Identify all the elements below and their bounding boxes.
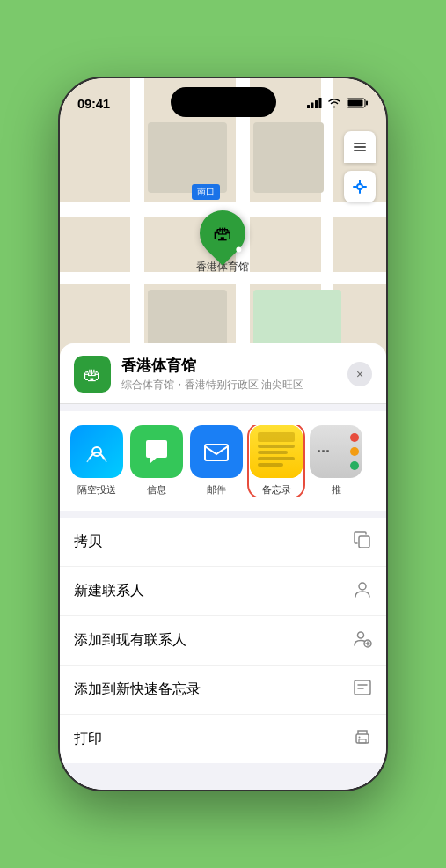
svg-rect-1 — [311, 103, 314, 109]
venue-name: 香港体育馆 — [121, 356, 347, 376]
airdrop-label: 隔空投送 — [77, 483, 116, 497]
message-icon-box — [130, 425, 183, 478]
mail-label: 邮件 — [207, 483, 226, 497]
action-new-contact-label: 新建联系人 — [74, 582, 144, 600]
copy-icon — [353, 530, 372, 554]
status-icons — [307, 98, 369, 108]
action-print-label: 打印 — [74, 730, 102, 748]
battery-icon — [347, 98, 369, 108]
map-location-button[interactable] — [344, 171, 376, 202]
share-more[interactable]: ··· 推 — [310, 425, 362, 497]
svg-rect-7 — [354, 143, 366, 144]
share-icons-list: 隔空投送 信息 — [70, 425, 376, 497]
mail-icon — [201, 437, 231, 467]
svg-point-18 — [359, 583, 366, 590]
venue-icon: 🏟 — [74, 356, 111, 393]
new-contact-icon — [353, 579, 372, 603]
dynamic-island — [171, 87, 276, 117]
svg-point-19 — [358, 632, 364, 638]
map-label: 南口 — [192, 184, 220, 200]
svg-rect-0 — [307, 105, 310, 108]
share-notes[interactable]: 备忘录 — [250, 425, 303, 497]
map-pin[interactable]: 🏟 香港体育馆 — [196, 210, 249, 275]
svg-rect-3 — [319, 98, 322, 108]
action-copy-label: 拷贝 — [74, 533, 102, 551]
svg-rect-6 — [348, 100, 363, 107]
share-mail[interactable]: 邮件 — [190, 425, 243, 497]
share-message[interactable]: 信息 — [130, 425, 183, 497]
svg-point-28 — [359, 737, 361, 739]
pin-circle: 🏟 — [190, 201, 255, 266]
action-add-notes[interactable]: 添加到新快速备忘录 — [60, 666, 386, 715]
message-icon — [142, 437, 172, 467]
stadium-icon: 🏟 — [213, 222, 232, 245]
svg-rect-9 — [354, 150, 366, 151]
close-button[interactable]: × — [347, 362, 372, 386]
svg-point-10 — [357, 184, 362, 189]
action-list: 拷贝 新建联系人 — [60, 518, 386, 763]
mail-icon-box — [190, 425, 243, 478]
svg-rect-23 — [355, 680, 370, 695]
more-label: 推 — [332, 483, 341, 497]
action-add-existing-label: 添加到现有联系人 — [74, 631, 186, 650]
map-layers-button[interactable] — [344, 131, 376, 163]
phone-screen: 09:41 — [60, 78, 386, 790]
share-row: 隔空投送 信息 — [60, 411, 386, 511]
share-airdrop[interactable]: 隔空投送 — [70, 425, 123, 497]
notes-label: 备忘录 — [262, 483, 291, 497]
venue-info: 香港体育馆 综合体育馆・香港特别行政区 油尖旺区 — [121, 356, 347, 393]
notes-icon-box — [250, 425, 303, 478]
svg-rect-17 — [359, 536, 369, 548]
print-icon — [353, 727, 372, 751]
svg-rect-5 — [366, 101, 368, 106]
add-existing-icon — [353, 629, 372, 652]
airdrop-icon-box — [70, 425, 123, 478]
phone-frame: 09:41 — [58, 77, 388, 791]
sheet-header: 🏟 香港体育馆 综合体育馆・香港特别行政区 油尖旺区 × — [60, 343, 386, 404]
venue-subtitle: 综合体育馆・香港特别行政区 油尖旺区 — [121, 378, 347, 393]
bottom-sheet: 🏟 香港体育馆 综合体育馆・香港特别行政区 油尖旺区 × — [60, 343, 386, 790]
message-label: 信息 — [147, 483, 166, 497]
svg-rect-26 — [356, 734, 369, 743]
action-print[interactable]: 打印 — [60, 715, 386, 763]
wifi-icon — [327, 98, 341, 108]
svg-rect-16 — [205, 445, 228, 460]
action-copy[interactable]: 拷贝 — [60, 518, 386, 567]
map-controls — [344, 131, 376, 202]
svg-rect-2 — [315, 100, 318, 108]
svg-rect-27 — [359, 739, 366, 743]
add-notes-icon — [353, 678, 372, 702]
action-new-contact[interactable]: 新建联系人 — [60, 567, 386, 616]
airdrop-icon — [83, 438, 111, 466]
action-add-existing[interactable]: 添加到现有联系人 — [60, 616, 386, 666]
more-icon-box: ··· — [310, 425, 362, 478]
status-time: 09:41 — [77, 96, 110, 111]
action-add-notes-label: 添加到新快速备忘录 — [74, 680, 201, 699]
signal-icon — [307, 98, 322, 108]
svg-rect-8 — [354, 146, 366, 148]
